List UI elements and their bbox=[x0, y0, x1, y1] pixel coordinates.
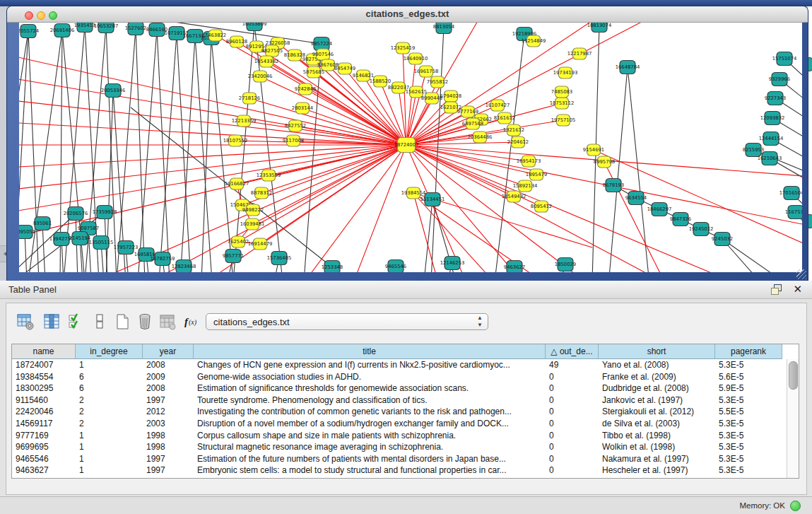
column-header-in_degree[interactable]: in_degree bbox=[76, 344, 143, 359]
network-node[interactable]: 18466297 bbox=[647, 203, 672, 216]
network-node[interactable]: 1321612 bbox=[503, 124, 524, 136]
float-window-icon[interactable] bbox=[771, 284, 782, 295]
table-mode-button[interactable] bbox=[15, 312, 36, 333]
network-node[interactable]: 1850029 bbox=[555, 258, 576, 271]
network-canvas[interactable]: 2055724206914061935413106532871527602846… bbox=[19, 22, 802, 272]
network-node[interactable]: 16914479 bbox=[248, 238, 273, 250]
network-node[interactable]: 1145194 bbox=[69, 232, 90, 245]
table-row[interactable]: 946362711997Embryonic stem cells: a mode… bbox=[12, 465, 787, 477]
network-node[interactable]: 19734193 bbox=[553, 67, 578, 78]
column-header-short[interactable]: short bbox=[599, 344, 715, 359]
network-node[interactable]: 9634554 bbox=[625, 192, 647, 205]
network-node[interactable]: 12146253 bbox=[440, 257, 465, 270]
column-header-out_de[interactable]: △ out_de... bbox=[546, 344, 599, 359]
row-select-button[interactable] bbox=[66, 312, 87, 333]
scrollbar-thumb[interactable] bbox=[789, 361, 798, 390]
network-node[interactable]: 8679193 bbox=[603, 179, 624, 192]
network-node[interactable]: 10653287 bbox=[94, 22, 119, 33]
network-node[interactable]: 1935413 bbox=[74, 22, 95, 33]
network-node[interactable]: 18724007 bbox=[394, 138, 419, 153]
network-node[interactable]: 12823468 bbox=[172, 260, 196, 273]
network-node[interactable]: 18813074 bbox=[587, 22, 612, 33]
table-row[interactable]: 1872400712008Changes of HCN gene express… bbox=[12, 359, 787, 371]
memory-status-indicator[interactable] bbox=[790, 501, 801, 511]
column-visibility-button[interactable] bbox=[41, 312, 62, 333]
network-graph[interactable]: 2055724206914061935413106532871527602846… bbox=[19, 22, 802, 272]
network-node[interactable]: 1395051 bbox=[19, 226, 35, 239]
table-row[interactable]: 1456911722003Disruption of a novel membe… bbox=[12, 418, 787, 430]
function-builder-button[interactable]: f (x) bbox=[181, 312, 202, 333]
resize-grip[interactable] bbox=[796, 269, 806, 279]
network-node[interactable]: 9465546 bbox=[385, 260, 406, 273]
panel-splitter-handle[interactable] bbox=[0, 245, 7, 262]
network-node[interactable]: 2718126 bbox=[239, 93, 260, 104]
network-node[interactable]: 8215953 bbox=[743, 144, 764, 157]
network-node[interactable]: 9847326 bbox=[670, 213, 691, 226]
network-node[interactable]: 9227343 bbox=[765, 92, 786, 105]
column-header-name[interactable]: name bbox=[12, 344, 76, 359]
network-node[interactable]: 835061 bbox=[33, 217, 52, 230]
network-node[interactable]: 8161612 bbox=[494, 112, 515, 124]
network-node[interactable]: 15736485 bbox=[267, 252, 292, 265]
network-node[interactable]: 15892134 bbox=[513, 180, 538, 192]
network-node[interactable]: 7485083 bbox=[551, 86, 572, 98]
table-row[interactable]: 946554611997Estimation of the future num… bbox=[12, 453, 787, 465]
network-node[interactable]: 15751074 bbox=[772, 52, 797, 66]
network-node[interactable]: 8813054 bbox=[433, 22, 454, 34]
network-node[interactable]: 2204612 bbox=[507, 136, 529, 148]
window-titlebar[interactable]: citations_edges.txt bbox=[7, 6, 808, 23]
import-table-button[interactable] bbox=[157, 312, 178, 333]
network-node[interactable]: 2055724 bbox=[19, 25, 39, 38]
network-node[interactable]: 16961758 bbox=[414, 66, 439, 77]
network-node[interactable]: 8960128 bbox=[226, 36, 247, 47]
network-node[interactable]: 9857771 bbox=[223, 250, 244, 263]
network-node[interactable]: 16053809 bbox=[242, 22, 267, 31]
column-header-pagerank[interactable]: pagerank bbox=[715, 344, 782, 359]
column-header-year[interactable]: year bbox=[143, 344, 194, 359]
new-column-button[interactable] bbox=[112, 312, 133, 333]
table-row[interactable]: 1830029562008Estimation of significance … bbox=[12, 382, 787, 395]
svg-text:16648784: 16648784 bbox=[616, 64, 640, 70]
table-row[interactable]: 911546021997Tourette syndrome. Phenomeno… bbox=[12, 395, 787, 407]
network-node[interactable]: 18640910 bbox=[404, 53, 428, 64]
vertical-scrollbar[interactable] bbox=[787, 359, 799, 478]
table-cell: 2008 bbox=[143, 359, 194, 371]
network-node[interactable]: 13505115 bbox=[89, 236, 114, 250]
table-row[interactable]: 969969511998Structural magnetic resonanc… bbox=[12, 441, 787, 453]
delete-column-button[interactable] bbox=[134, 312, 155, 333]
network-node[interactable]: 16954173 bbox=[517, 156, 541, 167]
network-node[interactable]: 20206576 bbox=[64, 207, 88, 221]
network-node[interactable]: 20691406 bbox=[50, 24, 75, 37]
split-view-button[interactable] bbox=[89, 312, 110, 333]
table-row[interactable]: 2242004622012Investigating the contribut… bbox=[12, 406, 787, 418]
network-node[interactable]: 19757105 bbox=[551, 115, 576, 126]
network-node[interactable]: 1527602 bbox=[125, 22, 146, 35]
column-header-title[interactable]: title bbox=[194, 344, 546, 359]
svg-text:12213359: 12213359 bbox=[232, 118, 257, 124]
table-row[interactable]: 977716911998Corpus callosum shape and si… bbox=[12, 430, 787, 442]
network-node[interactable]: 8095412 bbox=[531, 201, 552, 212]
network-node[interactable]: 18753112 bbox=[550, 98, 575, 109]
close-icon[interactable]: ✕ bbox=[793, 283, 802, 296]
network-node[interactable]: 17016504 bbox=[779, 187, 802, 200]
table-row[interactable]: 1938455462009Genome-wide association stu… bbox=[12, 371, 787, 383]
network-node[interactable]: 9463627 bbox=[504, 261, 525, 273]
network-node[interactable]: 20364486 bbox=[468, 132, 493, 143]
network-node[interactable]: 20053346 bbox=[101, 84, 126, 98]
network-node[interactable]: 1253348 bbox=[322, 261, 343, 273]
network-node[interactable]: 12325419 bbox=[391, 42, 416, 54]
network-node[interactable]: 19245012 bbox=[689, 223, 714, 236]
network-node[interactable]: 12213359 bbox=[232, 115, 257, 127]
network-node[interactable]: 16039481 bbox=[240, 218, 265, 230]
network-node[interactable]: 1167533 bbox=[785, 206, 802, 219]
network-node[interactable]: 9245032 bbox=[712, 233, 733, 246]
network-node[interactable]: 1895479 bbox=[526, 169, 547, 180]
network-node[interactable]: 9329966 bbox=[769, 73, 790, 86]
network-node[interactable]: 19166827 bbox=[225, 178, 249, 189]
network-node[interactable]: 9154691 bbox=[583, 144, 604, 156]
table-selector-dropdown[interactable]: citations_edges.txt ▲▼ bbox=[206, 313, 488, 330]
network-node[interactable]: 6794028 bbox=[440, 90, 461, 102]
network-node[interactable]: 8878312 bbox=[251, 187, 272, 199]
network-node[interactable]: 16648784 bbox=[616, 61, 640, 74]
table-cell: Nakamura et al. (1997) bbox=[599, 453, 715, 465]
